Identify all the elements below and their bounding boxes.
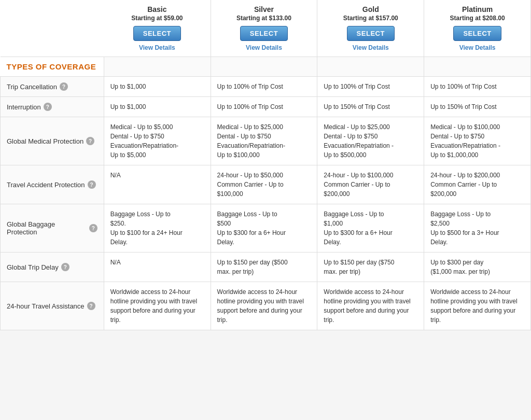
- cell-gold-0: Up to 100% of Trip Cost: [317, 77, 424, 97]
- plan-header-row: Basic Starting at $59.00 SELECT View Det…: [1, 0, 531, 57]
- cell-silver-2: Medical - Up to $25,000 Dental - Up to $…: [211, 117, 317, 165]
- row-label-text: Trip Cancellation: [7, 83, 57, 91]
- plan-price-gold: Starting at $157.00: [324, 15, 417, 22]
- view-details-silver[interactable]: View Details: [217, 44, 311, 51]
- table-row: Trip Cancellation ? Up to $1,000Up to 10…: [1, 77, 531, 97]
- row-label-4: Global Baggage Protection ?: [1, 204, 104, 253]
- row-label-3: Travel Accident Protection ?: [1, 165, 104, 204]
- select-button-platinum[interactable]: SELECT: [453, 26, 501, 41]
- table-row: Travel Accident Protection ? N/A24-hour …: [1, 165, 531, 204]
- cell-gold-1: Up to 150% of Trip Cost: [317, 97, 424, 117]
- row-label-text: Global Medical Protection: [7, 137, 83, 145]
- cell-gold-2: Medical - Up to $25,000 Dental - Up to $…: [317, 117, 424, 165]
- view-details-platinum[interactable]: View Details: [430, 44, 524, 51]
- coverage-header-label: TYPES OF COVERAGE: [1, 57, 104, 77]
- help-icon[interactable]: ?: [87, 302, 95, 310]
- cell-basic-3: N/A: [104, 165, 211, 204]
- view-details-basic[interactable]: View Details: [110, 44, 204, 51]
- row-label-text: 24-hour Travel Assistance: [7, 302, 85, 310]
- cell-basic-1: Up to $1,000: [104, 97, 211, 117]
- cell-gold-3: 24-hour - Up to $100,000 Common Carrier …: [317, 165, 424, 204]
- help-icon[interactable]: ?: [88, 180, 96, 189]
- plan-price-basic: Starting at $59.00: [110, 15, 204, 22]
- coverage-header-blank-4: [424, 57, 531, 77]
- cell-platinum-6: Worldwide access to 24-hour hotline prov…: [424, 282, 531, 330]
- cell-platinum-5: Up to $300 per day ($1,000 max. per trip…: [424, 253, 531, 282]
- comparison-table: Basic Starting at $59.00 SELECT View Det…: [0, 0, 531, 330]
- cell-silver-6: Worldwide access to 24-hour hotline prov…: [211, 282, 317, 330]
- plan-price-silver: Starting at $133.00: [217, 15, 311, 22]
- cell-silver-3: 24-hour - Up to $50,000 Common Carrier -…: [211, 165, 317, 204]
- row-label-0: Trip Cancellation ?: [1, 77, 104, 97]
- help-icon[interactable]: ?: [86, 137, 94, 145]
- help-icon[interactable]: ?: [60, 82, 68, 91]
- table-row: Global Baggage Protection ? Baggage Loss…: [1, 204, 531, 253]
- coverage-title: TYPES OF COVERAGE: [7, 62, 96, 71]
- plan-price-platinum: Starting at $208.00: [430, 15, 524, 22]
- row-label-6: 24-hour Travel Assistance ?: [1, 282, 104, 330]
- coverage-header-blank-1: [104, 57, 211, 77]
- select-button-silver[interactable]: SELECT: [240, 26, 288, 41]
- table-row: Global Medical Protection ? Medical - Up…: [1, 117, 531, 165]
- row-label-2: Global Medical Protection ?: [1, 117, 104, 165]
- cell-platinum-1: Up to 150% of Trip Cost: [424, 97, 531, 117]
- row-label-text: Global Trip Delay: [7, 263, 59, 271]
- cell-platinum-2: Medical - Up to $100,000 Dental - Up to …: [424, 117, 531, 165]
- coverage-header-blank-2: [211, 57, 317, 77]
- view-details-gold[interactable]: View Details: [324, 44, 417, 51]
- plan-header-basic: Basic Starting at $59.00 SELECT View Det…: [104, 0, 211, 57]
- cell-platinum-4: Baggage Loss - Up to $2,500 Up to $500 f…: [424, 204, 531, 253]
- coverage-header-row: TYPES OF COVERAGE: [1, 57, 531, 77]
- plan-header-gold: Gold Starting at $157.00 SELECT View Det…: [317, 0, 424, 57]
- table-row: Interruption ? Up to $1,000Up to 100% of…: [1, 97, 531, 117]
- coverage-header-blank-3: [317, 57, 424, 77]
- table-row: Global Trip Delay ? N/AUp to $150 per da…: [1, 253, 531, 282]
- row-label-text: Travel Accident Protection: [7, 181, 85, 189]
- row-label-1: Interruption ?: [1, 97, 104, 117]
- cell-basic-0: Up to $1,000: [104, 77, 211, 97]
- cell-gold-5: Up to $150 per day ($750 max. per trip): [317, 253, 424, 282]
- select-button-gold[interactable]: SELECT: [347, 26, 395, 41]
- cell-silver-1: Up to 100% of Trip Cost: [211, 97, 317, 117]
- cell-silver-0: Up to 100% of Trip Cost: [211, 77, 317, 97]
- cell-gold-6: Worldwide access to 24-hour hotline prov…: [317, 282, 424, 330]
- row-label-text: Interruption: [7, 103, 41, 111]
- cell-basic-6: Worldwide access to 24-hour hotline prov…: [104, 282, 211, 330]
- help-icon[interactable]: ?: [89, 224, 97, 232]
- cell-basic-4: Baggage Loss - Up to $250. Up to $100 fo…: [104, 204, 211, 253]
- cell-silver-5: Up to $150 per day ($500 max. per trip): [211, 253, 317, 282]
- row-label-text: Global Baggage Protection: [7, 220, 87, 236]
- empty-header-cell: [1, 0, 104, 57]
- help-icon[interactable]: ?: [61, 263, 69, 271]
- cell-platinum-0: Up to 100% of Trip Cost: [424, 77, 531, 97]
- cell-platinum-3: 24-hour - Up to $200,000 Common Carrier …: [424, 165, 531, 204]
- row-label-5: Global Trip Delay ?: [1, 253, 104, 282]
- main-container: Basic Starting at $59.00 SELECT View Det…: [0, 0, 531, 330]
- plan-name-platinum: Platinum: [430, 5, 524, 13]
- cell-basic-2: Medical - Up to $5,000 Dental - Up to $7…: [104, 117, 211, 165]
- help-icon[interactable]: ?: [44, 103, 52, 111]
- plan-name-silver: Silver: [217, 5, 311, 13]
- plan-header-silver: Silver Starting at $133.00 SELECT View D…: [211, 0, 317, 57]
- cell-basic-5: N/A: [104, 253, 211, 282]
- plan-header-platinum: Platinum Starting at $208.00 SELECT View…: [424, 0, 531, 57]
- plan-name-basic: Basic: [110, 5, 204, 13]
- cell-gold-4: Baggage Loss - Up to $1,000 Up to $300 f…: [317, 204, 424, 253]
- plan-name-gold: Gold: [324, 5, 417, 13]
- select-button-basic[interactable]: SELECT: [133, 26, 181, 41]
- table-row: 24-hour Travel Assistance ? Worldwide ac…: [1, 282, 531, 330]
- cell-silver-4: Baggage Loss - Up to $500 Up to $300 for…: [211, 204, 317, 253]
